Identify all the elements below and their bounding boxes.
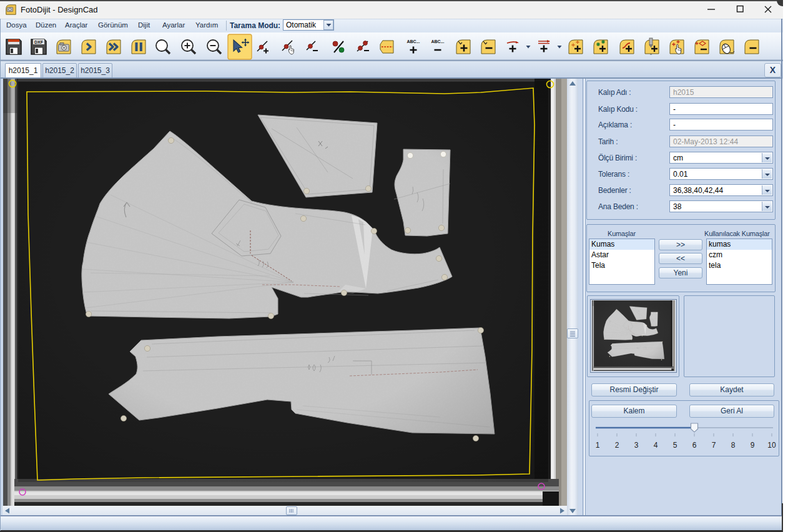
svg-text:8: 8 <box>731 441 736 450</box>
svg-text:10: 10 <box>767 441 776 450</box>
svg-text:7: 7 <box>712 441 716 450</box>
svg-text:1: 1 <box>596 441 600 450</box>
svg-text:5: 5 <box>673 441 677 450</box>
svg-text:ABC...: ABC... <box>431 39 445 44</box>
svg-text:ABC...: ABC... <box>407 39 420 44</box>
svg-text:9: 9 <box>751 441 755 450</box>
svg-text:DXF: DXF <box>34 40 44 44</box>
svg-text:2: 2 <box>615 441 619 450</box>
svg-text:3: 3 <box>634 441 639 450</box>
svg-text:6: 6 <box>692 441 697 450</box>
svg-text:4: 4 <box>654 441 658 450</box>
